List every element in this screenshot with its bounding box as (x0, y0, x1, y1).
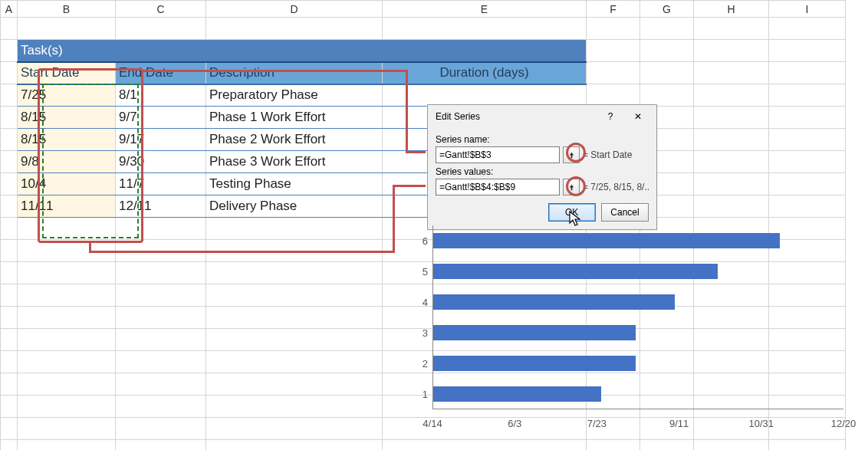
cell[interactable] (640, 62, 694, 84)
cell[interactable] (640, 40, 694, 62)
cell[interactable] (587, 40, 640, 62)
cell[interactable]: Task(s) (18, 40, 587, 62)
cell[interactable] (206, 329, 383, 351)
cancel-button[interactable]: Cancel (601, 203, 649, 222)
cell[interactable] (206, 262, 383, 284)
cell[interactable] (116, 373, 206, 396)
cell[interactable] (18, 440, 116, 451)
cell[interactable] (116, 284, 206, 307)
table-row[interactable] (1, 440, 846, 451)
cell[interactable]: 10/4 (18, 173, 116, 195)
cell[interactable] (18, 418, 116, 440)
cell[interactable] (694, 129, 769, 151)
cell[interactable] (769, 84, 846, 107)
cell[interactable]: 7/25 (18, 84, 116, 107)
cell[interactable] (116, 396, 206, 418)
cell[interactable] (18, 307, 116, 329)
cell[interactable] (116, 418, 206, 440)
dialog-titlebar[interactable]: Edit Series ? ✕ (428, 105, 656, 128)
cell[interactable] (116, 218, 206, 240)
cell[interactable] (694, 151, 769, 173)
cell[interactable] (587, 18, 640, 40)
table-row[interactable]: Task(s) (1, 40, 846, 62)
cell[interactable] (206, 307, 383, 329)
cell[interactable] (116, 440, 206, 451)
cell[interactable] (18, 351, 116, 373)
cell[interactable] (18, 262, 116, 284)
cell[interactable] (1, 307, 18, 329)
cell[interactable] (769, 40, 846, 62)
cell[interactable] (640, 18, 694, 40)
cell[interactable] (694, 62, 769, 84)
series-name-input[interactable] (436, 146, 560, 163)
cell[interactable] (694, 18, 769, 40)
cell[interactable] (1, 107, 18, 129)
table-row[interactable]: 11/1112/11Delivery Phase (1, 195, 846, 218)
help-button[interactable]: ? (597, 108, 624, 125)
cell[interactable] (1, 151, 18, 173)
table-row[interactable]: 8/159/7Phase 1 Work Effort (1, 107, 846, 129)
cell[interactable] (1, 195, 18, 218)
cell[interactable] (18, 329, 116, 351)
cell[interactable]: Description (206, 62, 383, 84)
col-A[interactable]: A (1, 1, 18, 18)
cell[interactable]: Phase 3 Work Effort (206, 151, 383, 173)
cell[interactable] (1, 373, 18, 396)
cell[interactable] (769, 129, 846, 151)
cell[interactable] (1, 173, 18, 195)
cell[interactable] (116, 18, 206, 40)
cell[interactable]: 9/7 (116, 107, 206, 129)
cell[interactable] (383, 18, 587, 40)
cell[interactable] (587, 84, 640, 107)
cell[interactable] (1, 329, 18, 351)
cell[interactable]: Preparatory Phase (206, 84, 383, 107)
cell[interactable]: 9/30 (116, 151, 206, 173)
cell[interactable] (116, 307, 206, 329)
cell[interactable] (769, 151, 846, 173)
cell[interactable] (1, 418, 18, 440)
close-button[interactable]: ✕ (624, 108, 652, 125)
cell[interactable] (116, 329, 206, 351)
cell[interactable] (1, 440, 18, 451)
collapse-selector-button[interactable] (563, 146, 580, 163)
cell[interactable] (18, 373, 116, 396)
cell[interactable] (769, 62, 846, 84)
cell[interactable] (206, 418, 383, 440)
cell[interactable] (1, 240, 18, 262)
cell[interactable] (587, 62, 640, 84)
cell[interactable]: Duration (days) (383, 62, 587, 84)
cell[interactable] (1, 62, 18, 84)
cell[interactable] (694, 173, 769, 195)
cell[interactable] (769, 173, 846, 195)
cell[interactable] (1, 18, 18, 40)
cell[interactable]: 11/11 (18, 195, 116, 218)
col-G[interactable]: G (640, 1, 694, 18)
cell[interactable]: 8/1 (116, 84, 206, 107)
collapse-selector-button[interactable] (563, 179, 580, 195)
table-row[interactable]: Start DateEnd DateDescriptionDuration (d… (1, 62, 846, 84)
cell[interactable] (116, 351, 206, 373)
cell[interactable] (769, 107, 846, 129)
cell[interactable] (383, 440, 587, 451)
cell[interactable] (18, 396, 116, 418)
col-I[interactable]: I (769, 1, 846, 18)
cell[interactable] (694, 40, 769, 62)
table-row[interactable]: 8/159/17Phase 2 Work Effort (1, 129, 846, 151)
cell[interactable] (769, 440, 846, 451)
cell[interactable]: Delivery Phase (206, 195, 383, 218)
col-D[interactable]: D (206, 1, 383, 18)
bar-chart[interactable]: 6543214/146/37/239/1110/3112/20 (406, 222, 851, 437)
cell[interactable] (1, 218, 18, 240)
cell[interactable] (383, 84, 587, 107)
cell[interactable] (206, 240, 383, 262)
col-E[interactable]: E (383, 1, 587, 18)
cell[interactable]: 9/8 (18, 151, 116, 173)
cell[interactable] (1, 40, 18, 62)
cell[interactable] (206, 218, 383, 240)
cell[interactable]: Phase 2 Work Effort (206, 129, 383, 151)
cell[interactable] (18, 284, 116, 307)
cell[interactable] (1, 284, 18, 307)
cell[interactable]: 12/11 (116, 195, 206, 218)
cell[interactable] (640, 440, 694, 451)
cell[interactable] (206, 396, 383, 418)
